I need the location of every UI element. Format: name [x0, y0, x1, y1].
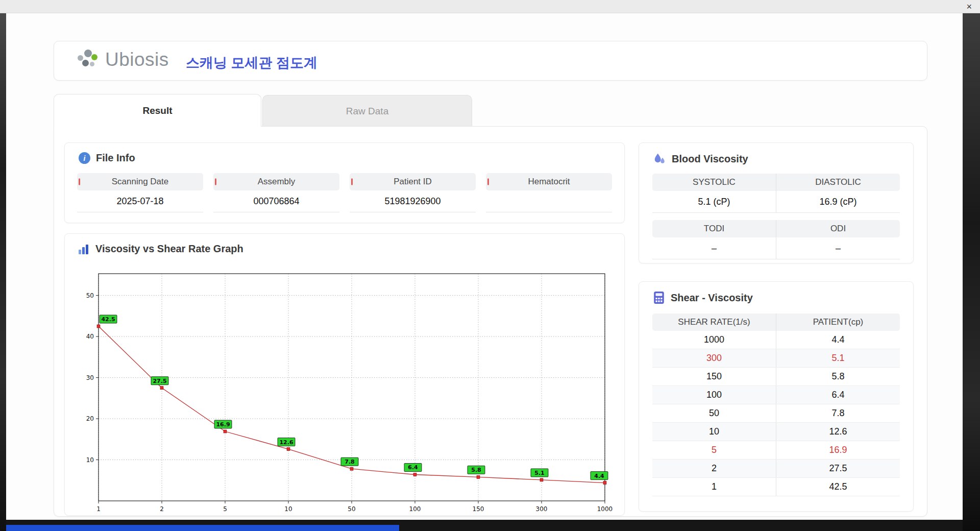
x-tick-label: 100: [409, 505, 421, 513]
x-tick-label: 1000: [597, 505, 613, 513]
shear-rate-cell: 5: [652, 441, 776, 459]
patient-column-header: PATIENT(cp): [776, 313, 900, 331]
field-value: 2025-07-18: [77, 190, 203, 212]
table-row: 10004.4: [652, 331, 900, 349]
metric-value-row: ––: [652, 237, 900, 259]
window-titlebar: ×: [0, 0, 980, 13]
shear-viscosity-rows: 10004.43005.11505.81006.4507.81012.6516.…: [652, 331, 900, 496]
blood-viscosity-header: Blood Viscosity: [653, 152, 748, 165]
metric-value: 5.1 (cP): [652, 191, 776, 212]
file-info-fields: Scanning Date2025-07-18Assembly000706864…: [77, 173, 612, 212]
metric-header-row: SYSTOLICDIASTOLIC: [652, 174, 900, 191]
metric-value: –: [776, 237, 900, 259]
shear-rate-column-header: SHEAR RATE(1/s): [652, 313, 776, 331]
shear-rate-cell: 10: [652, 423, 776, 441]
table-row: 3005.1: [652, 349, 900, 368]
shear-rate-cell: 150: [652, 368, 776, 385]
x-tick-label: 50: [348, 505, 355, 513]
close-icon[interactable]: ×: [966, 1, 972, 12]
ubiosis-logo: Ubiosis: [77, 49, 169, 71]
viscosity-chart: 12510501001503001000102030405042.527.516…: [83, 270, 624, 515]
header-card: Ubiosis 스캐닝 모세관 점도계: [54, 41, 927, 81]
background-left-strip: [0, 13, 6, 531]
shear-viscosity-header: Shear - Viscosity: [653, 291, 753, 304]
point-label-text: 7.8: [345, 458, 355, 465]
file-info-field: Assembly000706864: [213, 173, 339, 212]
shear-table-header: SHEAR RATE(1/s) PATIENT(cp): [652, 313, 900, 331]
table-row: 1505.8: [652, 368, 900, 386]
shear-viscosity-title: Shear - Viscosity: [671, 292, 753, 304]
metric-value: 16.9 (cP): [776, 191, 900, 212]
table-row: 1006.4: [652, 386, 900, 404]
patient-viscosity-cell: 27.5: [776, 460, 900, 477]
bar-chart-icon: [79, 244, 90, 254]
patient-viscosity-cell: 7.8: [776, 404, 900, 422]
table-row: 507.8: [652, 404, 900, 423]
x-tick-label: 10: [284, 505, 292, 513]
x-tick-label: 300: [536, 505, 548, 513]
blood-viscosity-card: Blood Viscosity SYSTOLICDIASTOLIC5.1 (cP…: [639, 142, 914, 263]
data-marker: [603, 481, 606, 485]
point-label-text: 16.9: [216, 421, 230, 428]
point-label-text: 4.4: [594, 473, 604, 479]
required-marker-icon: [215, 179, 216, 185]
point-label-text: 6.4: [408, 464, 418, 471]
calculator-icon: [653, 291, 665, 304]
point-label-text: 5.1: [534, 470, 545, 476]
metric-value: –: [652, 237, 776, 259]
patient-viscosity-cell: 42.5: [776, 478, 900, 496]
tab-result[interactable]: Result: [54, 94, 261, 127]
required-marker-icon: [487, 179, 489, 185]
field-label: Scanning Date: [77, 173, 203, 190]
background-bottom-strip: [6, 520, 963, 531]
metric-header: ODI: [776, 220, 900, 237]
patient-viscosity-cell: 6.4: [776, 386, 900, 404]
y-tick-label: 10: [86, 456, 94, 464]
page-title: 스캐닝 모세관 점도계: [186, 54, 317, 72]
shear-viscosity-card: Shear - Viscosity SHEAR RATE(1/s) PATIEN…: [639, 281, 914, 512]
shear-rate-cell: 300: [652, 349, 776, 367]
file-info-field: Hematocrit: [486, 173, 612, 212]
y-tick-label: 50: [86, 292, 94, 299]
field-value: [486, 190, 612, 212]
data-marker: [477, 475, 480, 478]
field-label: Patient ID: [350, 173, 476, 190]
shear-rate-cell: 50: [652, 404, 776, 422]
field-value: 000706864: [213, 190, 339, 212]
data-marker: [350, 467, 353, 470]
point-label-text: 5.8: [471, 467, 481, 473]
table-row: 142.5: [652, 478, 900, 496]
file-info-field: Scanning Date2025-07-18: [77, 173, 203, 212]
data-marker: [224, 430, 227, 433]
blood-viscosity-table: SYSTOLICDIASTOLIC5.1 (cP)16.9 (cP)TODIOD…: [652, 174, 900, 259]
field-label: Assembly: [213, 173, 339, 190]
shear-rate-cell: 100: [652, 386, 776, 404]
data-marker: [97, 325, 100, 328]
graph-section: Viscosity vs Shear Rate Graph 1251050100…: [64, 233, 625, 516]
graph-title: Viscosity vs Shear Rate Graph: [95, 243, 243, 255]
metric-header: SYSTOLIC: [652, 174, 776, 191]
file-info-title: File Info: [96, 152, 135, 164]
y-tick-label: 40: [86, 333, 94, 340]
file-info-header: i File Info: [79, 152, 135, 164]
graph-header: Viscosity vs Shear Rate Graph: [79, 243, 243, 255]
patient-viscosity-cell: 5.8: [776, 368, 900, 385]
background-right-strip: [963, 13, 980, 531]
metric-value-row: 5.1 (cP)16.9 (cP): [652, 191, 900, 213]
required-marker-icon: [351, 179, 353, 185]
x-tick-label: 150: [473, 505, 484, 513]
droplets-icon: [653, 152, 666, 165]
blood-viscosity-title: Blood Viscosity: [672, 153, 748, 165]
data-marker: [160, 387, 163, 390]
x-tick-label: 5: [223, 505, 227, 513]
point-label-text: 12.6: [279, 439, 293, 446]
point-label-text: 42.5: [101, 316, 115, 323]
y-tick-label: 30: [86, 374, 94, 381]
background-taskbar-segment: [6, 525, 399, 531]
required-marker-icon: [79, 179, 80, 185]
y-tick-label: 20: [86, 415, 94, 422]
tab-raw-data[interactable]: Raw Data: [262, 95, 472, 127]
patient-viscosity-cell: 16.9: [776, 441, 900, 459]
table-row: 227.5: [652, 460, 900, 478]
shear-rate-cell: 1: [652, 478, 776, 496]
